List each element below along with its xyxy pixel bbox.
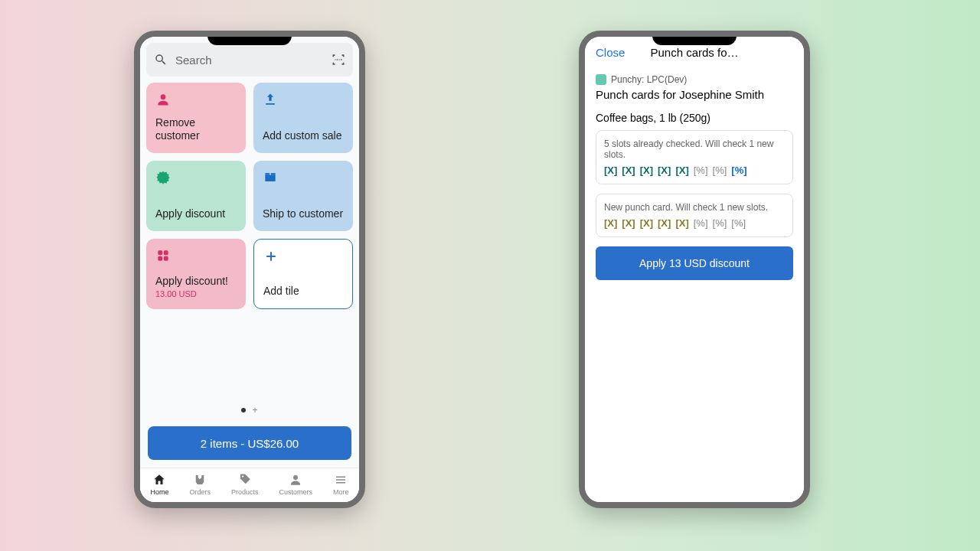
tab-home[interactable]: Home bbox=[150, 473, 168, 496]
content: Punchy: LPC(Dev) Punch cards for Josephi… bbox=[585, 68, 804, 280]
apply-discount-button[interactable]: Apply 13 USD discount bbox=[596, 246, 793, 280]
tag-icon bbox=[238, 473, 252, 487]
slot: [%] bbox=[713, 217, 727, 229]
app-icon bbox=[596, 74, 606, 85]
add-page-icon[interactable]: + bbox=[252, 405, 257, 416]
svg-rect-2 bbox=[265, 173, 270, 175]
product-name: Coffee bags, 1 lb (250g) bbox=[596, 112, 793, 124]
notch bbox=[207, 36, 292, 45]
app-name: Punchy: LPC(Dev) bbox=[611, 74, 687, 85]
tile-label: Apply discount bbox=[155, 207, 237, 220]
slot: [X] bbox=[675, 217, 688, 229]
tab-products[interactable]: Products bbox=[231, 473, 259, 496]
slot: [%] bbox=[713, 165, 727, 176]
tab-more[interactable]: More bbox=[333, 473, 349, 496]
tile-add-custom-sale[interactable]: Add custom sale bbox=[253, 83, 353, 153]
svg-rect-4 bbox=[158, 250, 162, 255]
page-title: Punch cards for Josephine Smith bbox=[596, 88, 793, 101]
screen-right: Close Punch cards fo… Punchy: LPC(Dev) P… bbox=[585, 37, 804, 502]
modal-title: Punch cards fo… bbox=[650, 46, 738, 59]
tile-add-tile[interactable]: Add tile bbox=[253, 239, 353, 309]
page-dot[interactable] bbox=[241, 408, 246, 412]
slot: [X] bbox=[622, 217, 635, 229]
pager: + bbox=[140, 394, 359, 422]
app-label: Punchy: LPC(Dev) bbox=[596, 74, 793, 85]
svg-rect-5 bbox=[164, 250, 168, 255]
tile-ship-to-customer[interactable]: Ship to customer bbox=[253, 161, 353, 231]
slot: [%] bbox=[694, 165, 708, 176]
svg-point-9 bbox=[293, 475, 298, 480]
upload-icon bbox=[263, 92, 278, 107]
tile-apply-discount[interactable]: Apply discount bbox=[146, 161, 246, 231]
tile-sublabel: 13.00 USD bbox=[155, 289, 237, 298]
punch-card-1: 5 slots already checked. Will check 1 ne… bbox=[596, 130, 793, 184]
barcode-icon[interactable] bbox=[332, 53, 345, 67]
tile-label: Add custom sale bbox=[263, 129, 344, 142]
search-bar[interactable]: Search bbox=[146, 43, 353, 77]
person-icon bbox=[155, 92, 171, 107]
tab-orders[interactable]: Orders bbox=[189, 473, 211, 496]
plus-icon bbox=[263, 249, 279, 264]
app-grid-icon bbox=[155, 248, 171, 263]
slot: [X] bbox=[675, 165, 688, 176]
phone-left: Search Remove customer Add custom sale A… bbox=[134, 31, 365, 508]
slot-row: [X][X][X][X][X][%][%][%] bbox=[604, 165, 785, 176]
bottom-tabs: Home Orders Products Customers More bbox=[140, 468, 359, 502]
inbox-icon bbox=[193, 473, 207, 487]
slot: [%] bbox=[694, 217, 708, 229]
slot: [X] bbox=[640, 217, 653, 229]
svg-point-8 bbox=[242, 475, 243, 477]
tile-label: Ship to customer bbox=[263, 207, 344, 220]
slot: [X] bbox=[658, 165, 671, 176]
cart-label: 2 items - US$26.00 bbox=[201, 437, 299, 450]
notch bbox=[652, 36, 737, 45]
cart-button[interactable]: 2 items - US$26.00 bbox=[148, 426, 351, 460]
svg-point-0 bbox=[161, 94, 166, 99]
slot-row: [X][X][X][X][X][%][%][%] bbox=[604, 217, 785, 229]
slot: [X] bbox=[658, 217, 671, 229]
tile-apply-discount-app[interactable]: Apply discount! 13.00 USD bbox=[146, 239, 246, 309]
card-text: New punch card. Will check 1 new slots. bbox=[604, 202, 785, 213]
tile-grid: Remove customer Add custom sale Apply di… bbox=[140, 83, 359, 309]
slot: [X] bbox=[604, 165, 617, 176]
card-text: 5 slots already checked. Will check 1 ne… bbox=[604, 139, 785, 160]
tab-customers[interactable]: Customers bbox=[279, 473, 312, 496]
svg-rect-3 bbox=[271, 173, 276, 175]
screen-left: Search Remove customer Add custom sale A… bbox=[140, 37, 359, 502]
punch-card-2: New punch card. Will check 1 new slots. … bbox=[596, 194, 793, 237]
tile-label: Remove customer bbox=[155, 116, 237, 142]
slot: [%] bbox=[731, 165, 746, 176]
discount-badge-icon bbox=[155, 170, 171, 185]
slot: [X] bbox=[622, 165, 635, 176]
slot: [%] bbox=[731, 217, 746, 229]
tile-label: Add tile bbox=[263, 285, 343, 298]
search-placeholder: Search bbox=[175, 54, 324, 67]
svg-rect-1 bbox=[265, 175, 275, 181]
slot: [X] bbox=[640, 165, 653, 176]
tile-label: Apply discount! bbox=[155, 275, 237, 288]
search-icon bbox=[154, 53, 168, 67]
menu-icon bbox=[334, 473, 348, 487]
home-icon bbox=[152, 473, 166, 487]
close-button[interactable]: Close bbox=[596, 46, 625, 59]
person-icon bbox=[289, 473, 302, 487]
phone-right: Close Punch cards fo… Punchy: LPC(Dev) P… bbox=[579, 31, 810, 508]
svg-rect-6 bbox=[158, 256, 162, 261]
apply-label: Apply 13 USD discount bbox=[639, 257, 750, 269]
svg-rect-7 bbox=[164, 256, 168, 261]
slot: [X] bbox=[604, 217, 617, 229]
tile-remove-customer[interactable]: Remove customer bbox=[146, 83, 246, 153]
package-icon bbox=[263, 170, 278, 185]
